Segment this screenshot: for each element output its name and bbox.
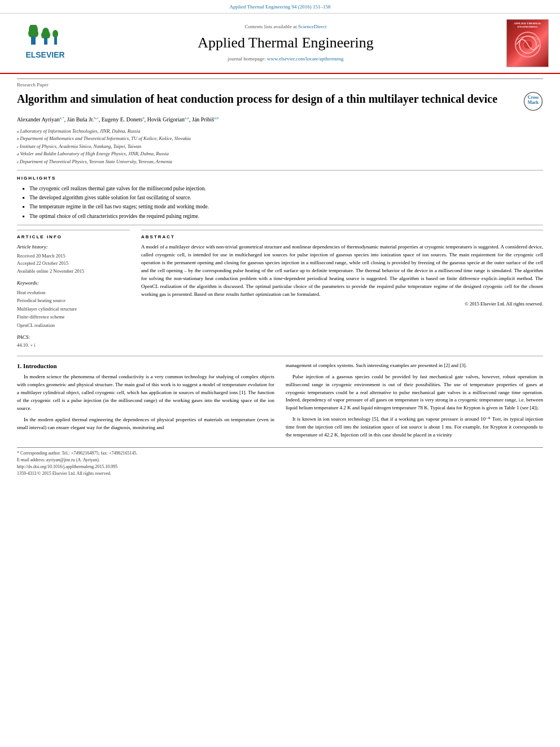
highlights-list: The cryogenic cell realizes thermal gate…: [17, 185, 543, 220]
svg-point-6: [41, 32, 46, 38]
affiliations-block: aLaboratory of Information Technologies,…: [17, 128, 543, 166]
body-right-para-2: Pulse injection of a gaseous species cou…: [286, 373, 543, 413]
author-5: Ján Pribiš: [192, 117, 214, 123]
article-info-col: ARTICLE INFO Article history: Received 2…: [17, 230, 130, 351]
body-right-para-1: management of complex systems. Such inte…: [286, 362, 543, 370]
body-right-para-3: It is known in ion sources technology [5…: [286, 416, 543, 439]
article-info-label: ARTICLE INFO: [17, 230, 130, 240]
affiliation-d: dVeksler and Baldin Laboratory of High E…: [17, 150, 543, 158]
intro-heading: 1. Introduction: [17, 362, 274, 370]
paper-title: Algorithm and simulation of heat conduct…: [17, 91, 518, 106]
journal-title: Applied Thermal Engineering: [79, 33, 492, 53]
affiliation-a: aLaboratory of Information Technologies,…: [17, 128, 543, 136]
publisher-logo-area: ELSEVIER: [11, 25, 79, 61]
pacs-title: PACS:: [17, 334, 130, 341]
body-columns: 1. Introduction In modern science the ph…: [17, 362, 543, 443]
abstract-label: ABSTRACT: [141, 230, 543, 240]
highlight-1: The cryogenic cell realizes thermal gate…: [23, 185, 543, 193]
article-history: Article history: Received 20 March 2015 …: [17, 243, 130, 275]
doi-link[interactable]: http://dx.doi.org/10.1016/j.applthermale…: [17, 464, 543, 470]
accepted-date: Accepted 22 October 2015: [17, 260, 130, 268]
elsevier-brand: ELSEVIER: [25, 50, 64, 61]
keyword-4: Finite-difference scheme: [17, 313, 130, 321]
highlight-3: The temperature regime in the cell has t…: [23, 203, 543, 211]
author-2: Ján Buša Jr.: [67, 117, 94, 123]
keyword-1: Heat evolution: [17, 289, 130, 296]
journal-top-link-text: Applied Thermal Engineering 94 (2016) 15…: [229, 4, 330, 10]
header-area: ELSEVIER Contents lists available at Sci…: [0, 14, 560, 74]
received-date: Received 20 March 2015: [17, 252, 130, 260]
elsevier-tree-icon: [28, 25, 62, 47]
keywords-section: Keywords: Heat evolution Periodical heat…: [17, 279, 130, 329]
header-right: APPLIED THERMAL ENGINEERING: [492, 19, 549, 67]
homepage-link[interactable]: www.elsevier.com/locate/apthermeng: [267, 56, 343, 62]
body-right-col: management of complex systems. Such inte…: [286, 362, 543, 443]
article-type-label: Research Paper: [17, 78, 543, 89]
affiliation-b: bDepartment of Mathematics and Theoretic…: [17, 135, 543, 143]
footnote-corresponding: * Corresponding author. Tel.: +749621648…: [17, 450, 543, 457]
body-left-col: 1. Introduction In modern science the ph…: [17, 362, 274, 443]
svg-point-3: [33, 29, 38, 37]
highlights-label: HIGHLIGHTS: [17, 175, 543, 181]
authors-line: Alexander Ayriyana,*, Ján Buša Jr.b,c, E…: [17, 116, 543, 124]
history-title: Article history:: [17, 243, 130, 251]
pacs-value: 44.10. + i: [17, 342, 130, 349]
divider-3: [17, 356, 543, 356]
author-3: Eugeny E. Donets: [102, 117, 143, 123]
svg-point-9: [53, 30, 58, 38]
cover-title-text: APPLIED THERMAL ENGINEERING: [509, 22, 546, 29]
keyword-5: OpenCL realization: [17, 321, 130, 329]
divider-2: [17, 225, 543, 225]
page: Applied Thermal Engineering 94 (2016) 15…: [0, 0, 560, 747]
copyright-line: © 2015 Elsevier Ltd. All rights reserved…: [141, 301, 543, 308]
author-1: Alexander Ayriyan: [17, 117, 59, 123]
contents-available-text: Contents lists available at ScienceDirec…: [79, 23, 492, 30]
highlight-2: The developed algorithm gives stable sol…: [23, 194, 543, 202]
journal-top-link[interactable]: Applied Thermal Engineering 94 (2016) 15…: [0, 0, 560, 14]
keywords-title: Keywords:: [17, 279, 130, 287]
abstract-col: ABSTRACT A model of a multilayer device …: [141, 230, 543, 351]
cover-graphic-icon: [511, 29, 545, 60]
issn-text: 1359-4311/© 2015 Elsevier Ltd. All right…: [17, 470, 543, 477]
svg-point-7: [46, 32, 50, 38]
pacs-section: PACS: 44.10. + i: [17, 334, 130, 348]
crossmark-badge-icon[interactable]: Cross Mark: [523, 91, 543, 111]
abstract-text: A model of a multilayer device with non-…: [141, 243, 543, 299]
svg-text:Mark: Mark: [528, 100, 539, 105]
intro-para-2: In the modern applied thermal engineerin…: [17, 416, 274, 432]
paper-title-area: Algorithm and simulation of heat conduct…: [17, 91, 543, 111]
sciencedirect-link[interactable]: ScienceDirect: [298, 24, 326, 29]
footnote-email: E-mail address: ayriyan@jinr.ru (A. Ayri…: [17, 457, 543, 464]
journal-homepage: journal homepage: www.elsevier.com/locat…: [79, 55, 492, 63]
affiliation-c: cInstitute of Physics, Academia Sinica, …: [17, 143, 543, 151]
divider-1: [17, 170, 543, 171]
main-content: Research Paper Algorithm and simulation …: [0, 74, 560, 483]
available-date: Available online 2 November 2015: [17, 268, 130, 276]
footnotes-area: * Corresponding author. Tel.: +749621648…: [17, 447, 543, 477]
intro-para-1: In modern science the phenomena of therm…: [17, 373, 274, 413]
author-4: Hovik Grigorian: [147, 117, 185, 123]
two-col-section: ARTICLE INFO Article history: Received 2…: [17, 230, 543, 351]
header-center: Contents lists available at ScienceDirec…: [79, 23, 492, 63]
keyword-2: Periodical heating source: [17, 296, 130, 304]
affiliation-e: eDepartment of Theoretical Physics, Yere…: [17, 158, 543, 166]
highlight-4: The optimal choice of cell characteristi…: [23, 213, 543, 220]
journal-cover-image: APPLIED THERMAL ENGINEERING: [506, 19, 549, 67]
keyword-3: Multilayer cylindrical structure: [17, 305, 130, 313]
svg-text:Cross: Cross: [528, 95, 539, 100]
